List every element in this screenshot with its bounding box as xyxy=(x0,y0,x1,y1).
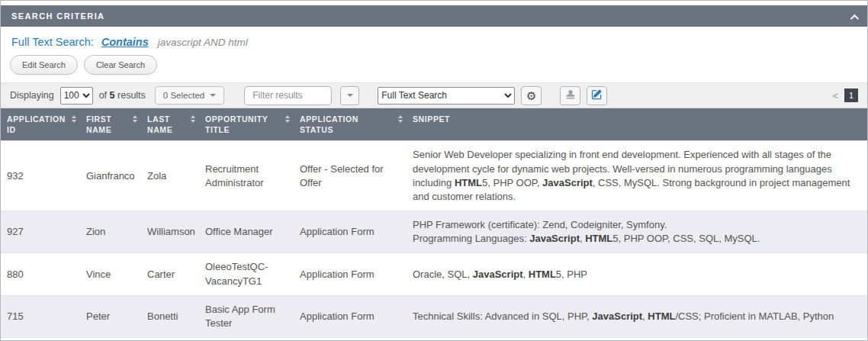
pagination-prev-button[interactable]: < xyxy=(832,90,838,101)
cell-first-name: Vince xyxy=(80,253,141,295)
page-size-select[interactable]: 100 xyxy=(60,87,93,105)
cell-first-name: Florence xyxy=(80,338,141,341)
caret-down-icon xyxy=(210,94,216,97)
column-header-application-status[interactable]: APPLICATION STATUS xyxy=(294,108,407,141)
cell-application-status: Application Form xyxy=(294,253,407,295)
criteria-summary: Full Text Search: Contains javascript AN… xyxy=(11,36,867,48)
column-label: OPPORTUNITY TITLE xyxy=(205,114,268,134)
results-toolbar: Displaying 100 of 5 results 0 Selected F… xyxy=(1,82,867,108)
cell-last-name: Carter xyxy=(141,253,199,295)
cell-snippet: Technical Skills: Advanced in SQL, PHP, … xyxy=(407,295,867,337)
column-label: SNIPPET xyxy=(413,114,450,124)
column-header-application-id[interactable]: APPLICATION ID xyxy=(1,108,80,141)
criteria-actions: Edit Search Clear Search xyxy=(10,55,867,75)
full-text-search-label: Full Text Search: xyxy=(11,36,94,48)
pagination-current-page[interactable]: 1 xyxy=(844,88,858,102)
caret-down-icon xyxy=(347,94,353,97)
column-header-last-name[interactable]: LAST NAME xyxy=(141,108,199,141)
cell-last-name: Zola xyxy=(141,141,199,211)
cell-opportunity-title: Recruitment Administrator xyxy=(199,141,294,211)
settings-button[interactable]: ⚙ xyxy=(521,86,542,105)
cell-application-id: 664 xyxy=(1,338,80,341)
selected-dropdown-button[interactable]: 0 Selected xyxy=(155,86,224,105)
column-header-opportunity-title[interactable]: OPPORTUNITY TITLE xyxy=(199,108,294,141)
cell-snippet: PHP Framework (certificate): Zend, Codei… xyxy=(407,211,867,253)
search-terms-text: javascript AND html xyxy=(158,37,248,48)
table-row[interactable]: 927 Zion Williamson Office Manager Appli… xyxy=(1,211,867,253)
column-header-first-name[interactable]: FIRST NAME xyxy=(80,108,141,141)
filter-results-input[interactable] xyxy=(244,86,332,105)
column-label: LAST NAME xyxy=(147,114,172,134)
cell-opportunity-title: Office Manager xyxy=(199,211,294,253)
pagination: < 1 xyxy=(832,88,858,102)
sort-icon xyxy=(398,115,403,123)
table-row[interactable]: 664 Florence Weber Location Tester Manua… xyxy=(1,338,867,341)
contains-operator-link[interactable]: Contains xyxy=(101,36,149,48)
results-count-text: of 5 results xyxy=(99,90,146,101)
search-results-page: SEARCH CRITERIA Full Text Search: Contai… xyxy=(0,0,868,341)
cell-application-status: Offer - Selected for Offer xyxy=(294,141,407,211)
results-count: 5 xyxy=(110,90,115,101)
cell-application-id: 715 xyxy=(1,295,80,337)
sort-icon xyxy=(285,115,290,123)
panel-title: SEARCH CRITERIA xyxy=(11,11,104,21)
results-label: results xyxy=(117,90,146,101)
cell-snippet: Oracle, SQL, JavaScript, HTML5, PHP xyxy=(407,253,867,295)
displaying-label: Displaying xyxy=(10,90,54,101)
cell-application-id: 927 xyxy=(1,211,80,253)
cell-application-id: 880 xyxy=(1,253,80,295)
chevron-up-icon[interactable] xyxy=(850,14,859,23)
results-table: APPLICATION ID FIRST NAME LAST NAME OPPO… xyxy=(1,108,867,341)
sort-icon xyxy=(133,115,137,123)
column-label: APPLICATION ID xyxy=(7,114,66,134)
column-label: FIRST NAME xyxy=(86,114,111,134)
of-label: of xyxy=(99,90,107,101)
table-row[interactable]: 880 Vince Carter OleeoTestQC-VacancyTG1 … xyxy=(1,253,867,295)
cell-first-name: Gianfranco xyxy=(80,141,141,211)
table-header-row: APPLICATION ID FIRST NAME LAST NAME OPPO… xyxy=(1,108,867,141)
column-header-snippet: SNIPPET xyxy=(407,108,867,141)
search-type-select[interactable]: Full Text Search xyxy=(378,87,515,105)
edit-search-button[interactable]: Edit Search xyxy=(10,55,78,75)
filter-options-button[interactable] xyxy=(340,86,359,105)
stamp-tool-button[interactable] xyxy=(560,86,580,105)
cell-opportunity-title: OleeoTestQC-VacancyTG1 xyxy=(199,253,294,295)
gear-icon: ⚙ xyxy=(526,90,536,101)
search-criteria-header[interactable]: SEARCH CRITERIA xyxy=(1,5,867,27)
table-row[interactable]: 932 Gianfranco Zola Recruitment Administ… xyxy=(1,141,867,211)
edit-results-button[interactable] xyxy=(587,86,607,105)
edit-square-icon xyxy=(591,88,603,102)
stamp-icon xyxy=(565,89,576,102)
cell-opportunity-title: Basic App Form Tester xyxy=(199,295,294,337)
sort-icon xyxy=(191,115,195,123)
cell-application-status: Application Form xyxy=(294,295,407,337)
cell-snippet: Skills: Oracle, HTML5, PHP, JavaScript. xyxy=(407,338,867,341)
cell-application-id: 932 xyxy=(1,141,80,211)
table-row[interactable]: 715 Peter Bonetti Basic App Form Tester … xyxy=(1,295,867,337)
sort-icon xyxy=(72,115,76,123)
cell-opportunity-title: Location Tester xyxy=(199,338,294,341)
column-label: APPLICATION STATUS xyxy=(300,114,358,134)
cell-first-name: Zion xyxy=(80,211,141,253)
cell-last-name: Williamson xyxy=(141,211,199,253)
cell-last-name: Bonetti xyxy=(141,295,199,337)
clear-search-button[interactable]: Clear Search xyxy=(84,55,157,75)
cell-first-name: Peter xyxy=(80,295,141,337)
cell-last-name: Weber xyxy=(141,338,199,341)
cell-snippet: Senior Web Developer specializing in fro… xyxy=(407,141,867,211)
cell-application-status: Application Form xyxy=(294,211,407,253)
selected-count-label: 0 Selected xyxy=(163,91,204,100)
cell-application-status: Manually Added, Application Not Complete xyxy=(294,338,407,341)
